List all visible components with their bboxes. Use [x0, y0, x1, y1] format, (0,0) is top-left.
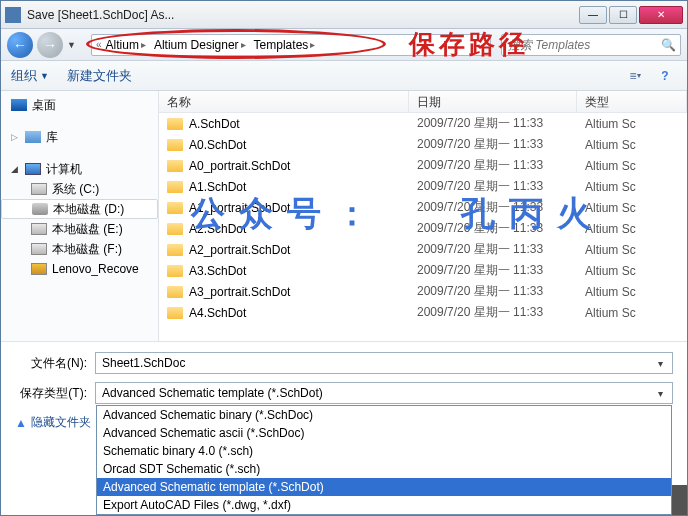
search-input[interactable] — [506, 37, 661, 53]
breadcrumb[interactable]: « Altium▸ Altium Designer▸ Templates▸ — [91, 34, 491, 56]
table-row[interactable]: A3.SchDot2009/7/20 星期一 11:33Altium Sc — [159, 260, 687, 281]
view-button[interactable]: ≡ ▾ — [623, 65, 647, 87]
column-type[interactable]: 类型 — [577, 91, 687, 112]
list-header: 名称 日期 类型 — [159, 91, 687, 113]
back-button[interactable]: ← — [7, 32, 33, 58]
file-type: Altium Sc — [577, 306, 687, 320]
column-name[interactable]: 名称 — [159, 91, 409, 112]
maximize-button[interactable]: ☐ — [609, 6, 637, 24]
filename-combo[interactable]: ▾ — [95, 352, 673, 374]
file-type: Altium Sc — [577, 285, 687, 299]
file-name: A1.SchDot — [189, 180, 246, 194]
minimize-button[interactable]: — — [579, 6, 607, 24]
file-name: A0.SchDot — [189, 138, 246, 152]
sidebar-libraries[interactable]: ▷库 — [1, 127, 158, 147]
desktop-icon — [11, 99, 27, 111]
computer-icon — [25, 163, 41, 175]
file-icon — [167, 118, 183, 130]
file-date: 2009/7/20 星期一 11:33 — [409, 199, 577, 216]
breadcrumb-seg-3[interactable]: Templates▸ — [250, 35, 320, 55]
file-date: 2009/7/20 星期一 11:33 — [409, 178, 577, 195]
sidebar-drive-f[interactable]: 本地磁盘 (F:) — [1, 239, 158, 259]
file-type: Altium Sc — [577, 243, 687, 257]
filetype-option[interactable]: Advanced Schematic template (*.SchDot) — [97, 478, 671, 496]
file-icon — [167, 307, 183, 319]
search-box[interactable]: 🔍 — [501, 34, 681, 56]
history-dropdown[interactable]: ▼ — [67, 40, 81, 50]
file-name: A3.SchDot — [189, 264, 246, 278]
table-row[interactable]: A1_portrait.SchDot2009/7/20 星期一 11:33Alt… — [159, 197, 687, 218]
file-type: Altium Sc — [577, 201, 687, 215]
file-date: 2009/7/20 星期一 11:33 — [409, 136, 577, 153]
app-icon — [5, 7, 21, 23]
file-name: A4.SchDot — [189, 306, 246, 320]
close-button[interactable]: ✕ — [639, 6, 683, 24]
body: 桌面 ▷库 ◢计算机 系统 (C:) 本地磁盘 (D:) 本地磁盘 (E:) 本… — [1, 91, 687, 341]
file-type: Altium Sc — [577, 222, 687, 236]
table-row[interactable]: A3_portrait.SchDot2009/7/20 星期一 11:33Alt… — [159, 281, 687, 302]
save-as-dialog: Save [Sheet1.SchDoc] As... — ☐ ✕ ← → ▼ «… — [0, 0, 688, 516]
drive-icon — [31, 223, 47, 235]
file-date: 2009/7/20 星期一 11:33 — [409, 241, 577, 258]
file-date: 2009/7/20 星期一 11:33 — [409, 304, 577, 321]
sidebar-computer[interactable]: ◢计算机 — [1, 159, 158, 179]
filetype-dropdown: Advanced Schematic binary (*.SchDoc)Adva… — [96, 405, 672, 515]
sidebar-drive-e[interactable]: 本地磁盘 (E:) — [1, 219, 158, 239]
filetype-option[interactable]: Advanced Schematic binary (*.SchDoc) — [97, 406, 671, 424]
filetype-option[interactable]: Orcad SDT Schematic (*.sch) — [97, 460, 671, 478]
new-folder-button[interactable]: 新建文件夹 — [67, 67, 132, 85]
help-button[interactable]: ? — [653, 65, 677, 87]
chevron-down-icon[interactable]: ▾ — [652, 388, 668, 399]
sidebar-drive-c[interactable]: 系统 (C:) — [1, 179, 158, 199]
table-row[interactable]: A1.SchDot2009/7/20 星期一 11:33Altium Sc — [159, 176, 687, 197]
toolbar: 组织 ▼ 新建文件夹 ≡ ▾ ? — [1, 61, 687, 91]
table-row[interactable]: A0.SchDot2009/7/20 星期一 11:33Altium Sc — [159, 134, 687, 155]
table-row[interactable]: A.SchDot2009/7/20 星期一 11:33Altium Sc — [159, 113, 687, 134]
sidebar-drive-recovery[interactable]: Lenovo_Recove — [1, 259, 158, 279]
table-row[interactable]: A2_portrait.SchDot2009/7/20 星期一 11:33Alt… — [159, 239, 687, 260]
filename-input[interactable] — [100, 355, 652, 371]
file-name: A2.SchDot — [189, 222, 246, 236]
filetype-option[interactable]: Schematic binary 4.0 (*.sch) — [97, 442, 671, 460]
file-icon — [167, 160, 183, 172]
file-icon — [167, 139, 183, 151]
breadcrumb-seg-2[interactable]: Altium Designer▸ — [150, 35, 250, 55]
forward-button[interactable]: → — [37, 32, 63, 58]
filetype-option[interactable]: Export AutoCAD Files (*.dwg, *.dxf) — [97, 496, 671, 514]
drive-icon — [31, 243, 47, 255]
filetype-label: 保存类型(T): — [15, 385, 95, 402]
file-rows[interactable]: A.SchDot2009/7/20 星期一 11:33Altium ScA0.S… — [159, 113, 687, 341]
file-type: Altium Sc — [577, 138, 687, 152]
file-name: A1_portrait.SchDot — [189, 201, 290, 215]
drive-icon — [31, 183, 47, 195]
sidebar-desktop[interactable]: 桌面 — [1, 95, 158, 115]
file-type: Altium Sc — [577, 159, 687, 173]
library-icon — [25, 131, 41, 143]
table-row[interactable]: A4.SchDot2009/7/20 星期一 11:33Altium Sc — [159, 302, 687, 323]
column-date[interactable]: 日期 — [409, 91, 577, 112]
chevron-down-icon[interactable]: ▾ — [652, 358, 668, 369]
drive-icon — [32, 203, 48, 215]
file-type: Altium Sc — [577, 180, 687, 194]
sidebar-drive-d[interactable]: 本地磁盘 (D:) — [1, 199, 158, 219]
search-icon: 🔍 — [661, 38, 676, 52]
file-icon — [167, 244, 183, 256]
organize-button[interactable]: 组织 ▼ — [11, 67, 49, 85]
drive-icon — [31, 263, 47, 275]
filetype-combo[interactable]: Advanced Schematic template (*.SchDot) ▾… — [95, 382, 673, 404]
table-row[interactable]: A2.SchDot2009/7/20 星期一 11:33Altium Sc — [159, 218, 687, 239]
sidebar: 桌面 ▷库 ◢计算机 系统 (C:) 本地磁盘 (D:) 本地磁盘 (E:) 本… — [1, 91, 159, 341]
file-type: Altium Sc — [577, 117, 687, 131]
filetype-value: Advanced Schematic template (*.SchDot) — [100, 386, 652, 400]
filetype-option[interactable]: Advanced Schematic ascii (*.SchDoc) — [97, 424, 671, 442]
file-date: 2009/7/20 星期一 11:33 — [409, 157, 577, 174]
file-name: A3_portrait.SchDot — [189, 285, 290, 299]
titlebar: Save [Sheet1.SchDoc] As... — ☐ ✕ — [1, 1, 687, 29]
filename-label: 文件名(N): — [15, 355, 95, 372]
file-name: A.SchDot — [189, 117, 240, 131]
table-row[interactable]: A0_portrait.SchDot2009/7/20 星期一 11:33Alt… — [159, 155, 687, 176]
window-title: Save [Sheet1.SchDoc] As... — [27, 8, 579, 22]
file-icon — [167, 181, 183, 193]
breadcrumb-seg-1[interactable]: Altium▸ — [102, 35, 150, 55]
file-date: 2009/7/20 星期一 11:33 — [409, 283, 577, 300]
